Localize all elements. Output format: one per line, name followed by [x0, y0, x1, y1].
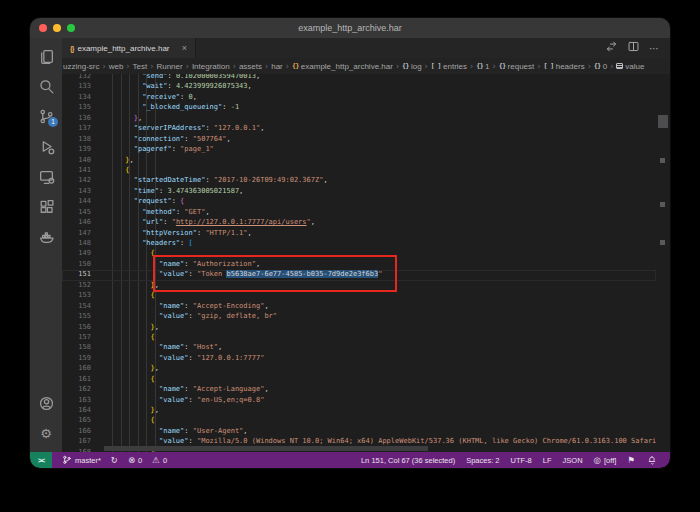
- line-number[interactable]: 151: [62, 269, 100, 279]
- line-number[interactable]: 156: [62, 322, 100, 332]
- activity-bar-source-control[interactable]: 1: [31, 101, 61, 131]
- breadcrumb-item-uzzing-src[interactable]: uzzing-src: [63, 62, 99, 71]
- activity-bar-settings-gear[interactable]: ⚙: [31, 418, 61, 448]
- line-number[interactable]: 147: [62, 228, 100, 238]
- line-number[interactable]: 134: [62, 92, 100, 102]
- array-icon: [ ]: [431, 62, 441, 70]
- code-line: 135 "_blocked_queueing": -1: [62, 102, 656, 112]
- vscode-window: example_http_archive.har 1 ⚙ {} example_…: [30, 18, 670, 468]
- breadcrumb-label: assets: [239, 62, 262, 71]
- breadcrumb-item-value[interactable]: value: [616, 62, 644, 71]
- activity-bar-run-debug[interactable]: [31, 131, 61, 161]
- line-number[interactable]: 133: [62, 81, 100, 91]
- activity-bar-docker[interactable]: [31, 221, 61, 251]
- horizontal-scrollbar-thumb[interactable]: [104, 446, 428, 451]
- code-text: "value": "gzip, deflate, br": [100, 311, 277, 321]
- breadcrumb-item-0[interactable]: {}0: [594, 62, 607, 71]
- line-number[interactable]: 135: [62, 102, 100, 112]
- breadcrumb-item-test[interactable]: Test: [133, 62, 148, 71]
- activity-bar-account[interactable]: [31, 388, 61, 418]
- explorer-icon: [38, 48, 55, 65]
- line-number[interactable]: 168: [62, 447, 100, 452]
- activity-bar-remote-explorer[interactable]: [31, 161, 61, 191]
- breadcrumb-item-entries[interactable]: [ ]entries: [431, 62, 467, 71]
- status-sync[interactable]: ↻: [111, 452, 118, 468]
- line-number[interactable]: 132: [62, 74, 100, 81]
- breadcrumb-item-1[interactable]: {}1: [476, 62, 489, 71]
- line-number[interactable]: 162: [62, 384, 100, 394]
- open-changes-button[interactable]: [605, 39, 618, 57]
- more-actions-button[interactable]: ⋯: [649, 43, 659, 54]
- status-spaces-2[interactable]: Spaces: 2: [466, 452, 499, 468]
- extensions-icon: [38, 198, 55, 215]
- line-number[interactable]: 148: [62, 238, 100, 248]
- breadcrumb-item-har[interactable]: har: [271, 62, 283, 71]
- line-number[interactable]: 141: [62, 165, 100, 175]
- breadcrumb-item-assets[interactable]: assets: [239, 62, 262, 71]
- line-number[interactable]: 139: [62, 144, 100, 154]
- line-number[interactable]: 161: [62, 374, 100, 384]
- editor[interactable]: 132 "send": 0.10200000359470013,133 "wai…: [62, 74, 670, 452]
- warning-icon: ⚠: [152, 456, 160, 465]
- close-tab-icon[interactable]: ×: [182, 44, 187, 53]
- line-number[interactable]: 145: [62, 207, 100, 217]
- code-text: },: [100, 363, 159, 373]
- line-number[interactable]: 164: [62, 405, 100, 415]
- vertical-scrollbar[interactable]: [657, 74, 669, 452]
- status-lf[interactable]: LF: [543, 452, 552, 468]
- line-number[interactable]: 153: [62, 290, 100, 300]
- status-git-branch[interactable]: master*: [62, 452, 101, 468]
- activity-bar-explorer[interactable]: [31, 41, 61, 71]
- status-screencast[interactable]: ◎[off]: [594, 452, 617, 468]
- activity-bar-search[interactable]: [31, 71, 61, 101]
- breadcrumb-item-log[interactable]: {}log: [402, 62, 422, 71]
- line-number[interactable]: 155: [62, 311, 100, 321]
- code-text: "request": {: [100, 196, 184, 206]
- line-number[interactable]: 163: [62, 395, 100, 405]
- breadcrumb-item-web[interactable]: web: [109, 62, 124, 71]
- line-number[interactable]: 146: [62, 217, 100, 227]
- breadcrumb-item-headers[interactable]: [ ]headers: [543, 62, 584, 71]
- status-bell[interactable]: [646, 452, 657, 468]
- line-number[interactable]: 165: [62, 415, 100, 425]
- status-utf-8[interactable]: UTF-8: [511, 452, 532, 468]
- breadcrumb-item-runner[interactable]: Runner: [156, 62, 182, 71]
- breadcrumb-item-example-http-archive-har[interactable]: {}example_http_archive.har: [292, 62, 393, 71]
- line-number[interactable]: 166: [62, 426, 100, 436]
- line-number[interactable]: 149: [62, 248, 100, 258]
- status-warning[interactable]: ⚠0: [152, 452, 167, 468]
- line-number[interactable]: 159: [62, 353, 100, 363]
- line-number[interactable]: 158: [62, 342, 100, 352]
- code-text: "_blocked_queueing": -1: [100, 102, 239, 112]
- line-number[interactable]: 150: [62, 259, 100, 269]
- line-number[interactable]: 136: [62, 113, 100, 123]
- screencast-icon: ◎: [594, 456, 601, 465]
- status-error[interactable]: ⊗0: [128, 452, 142, 468]
- remote-window-indicator[interactable]: ><: [30, 452, 52, 468]
- line-number[interactable]: 157: [62, 332, 100, 342]
- tab-example-http-archive[interactable]: {} example_http_archive.har ×: [62, 38, 196, 58]
- line-number[interactable]: 160: [62, 363, 100, 373]
- vertical-scrollbar-thumb[interactable]: [658, 115, 668, 128]
- line-number[interactable]: 140: [62, 155, 100, 165]
- breadcrumb-item-integration[interactable]: Integration: [192, 62, 230, 71]
- line-number[interactable]: 152: [62, 280, 100, 290]
- line-number[interactable]: 142: [62, 175, 100, 185]
- code-line: 166 "name": "User-Agent",: [62, 426, 656, 436]
- json-file-icon: {}: [292, 62, 299, 70]
- code-line: 147 "httpVersion": "HTTP/1.1",: [62, 228, 656, 238]
- status-feedback[interactable]: ⚑: [627, 452, 635, 468]
- breadcrumb-item-request[interactable]: {}request: [499, 62, 535, 71]
- status-json[interactable]: JSON: [563, 452, 583, 468]
- line-number[interactable]: 137: [62, 123, 100, 133]
- activity-bar-extensions[interactable]: [31, 191, 61, 221]
- split-editor-button[interactable]: [627, 39, 640, 57]
- line-number[interactable]: 167: [62, 436, 100, 446]
- code-text: },: [100, 113, 142, 123]
- status-ln-151-col-67-36-sel[interactable]: Ln 151, Col 67 (36 selected): [361, 452, 455, 468]
- status-label: 0: [138, 456, 142, 465]
- line-number[interactable]: 154: [62, 301, 100, 311]
- line-number[interactable]: 143: [62, 186, 100, 196]
- line-number[interactable]: 144: [62, 196, 100, 206]
- line-number[interactable]: 138: [62, 134, 100, 144]
